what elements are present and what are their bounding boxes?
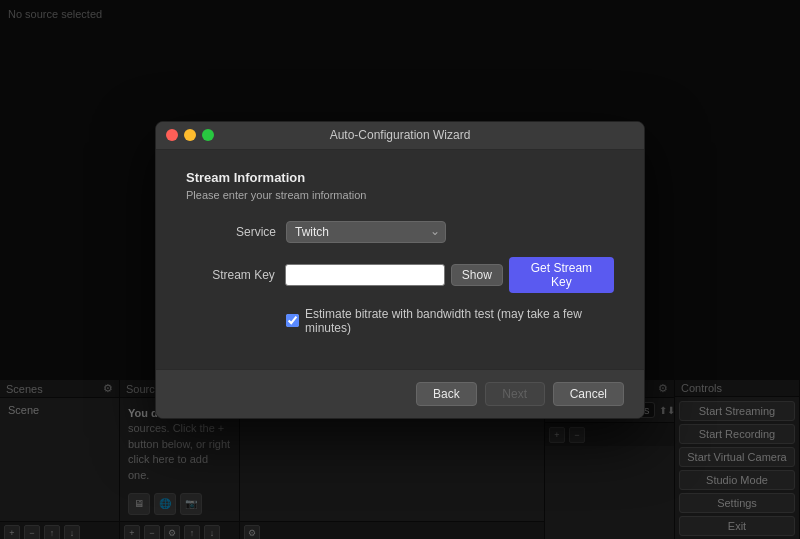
get-stream-key-button[interactable]: Get Stream Key — [509, 257, 614, 293]
back-button[interactable]: Back — [416, 382, 477, 406]
section-subtitle: Please enter your stream information — [186, 189, 614, 201]
stream-key-row: Stream Key Show Get Stream Key — [186, 257, 614, 293]
cancel-button[interactable]: Cancel — [553, 382, 624, 406]
modal-titlebar: Auto-Configuration Wizard — [156, 122, 644, 150]
maximize-button[interactable] — [202, 129, 214, 141]
estimate-bitrate-label[interactable]: Estimate bitrate with bandwidth test (ma… — [305, 307, 614, 335]
section-title: Stream Information — [186, 170, 614, 185]
estimate-bitrate-row: Estimate bitrate with bandwidth test (ma… — [286, 307, 614, 335]
service-row: Service Twitch YouTube Facebook Live — [186, 221, 614, 243]
modal-footer: Back Next Cancel — [156, 369, 644, 418]
modal-overlay: Auto-Configuration Wizard Stream Informa… — [0, 0, 800, 539]
modal-title: Auto-Configuration Wizard — [330, 128, 471, 142]
next-button[interactable]: Next — [485, 382, 545, 406]
service-label: Service — [186, 225, 276, 239]
close-button[interactable] — [166, 129, 178, 141]
traffic-lights — [166, 129, 214, 141]
service-select-wrapper: Twitch YouTube Facebook Live — [286, 221, 446, 243]
auto-config-dialog: Auto-Configuration Wizard Stream Informa… — [155, 121, 645, 419]
stream-key-label: Stream Key — [186, 268, 275, 282]
stream-key-input[interactable] — [285, 264, 445, 286]
estimate-bitrate-checkbox[interactable] — [286, 314, 299, 327]
show-stream-key-button[interactable]: Show — [451, 264, 503, 286]
modal-body: Stream Information Please enter your str… — [156, 150, 644, 369]
stream-key-group: Show Get Stream Key — [285, 257, 614, 293]
service-select[interactable]: Twitch YouTube Facebook Live — [286, 221, 446, 243]
minimize-button[interactable] — [184, 129, 196, 141]
